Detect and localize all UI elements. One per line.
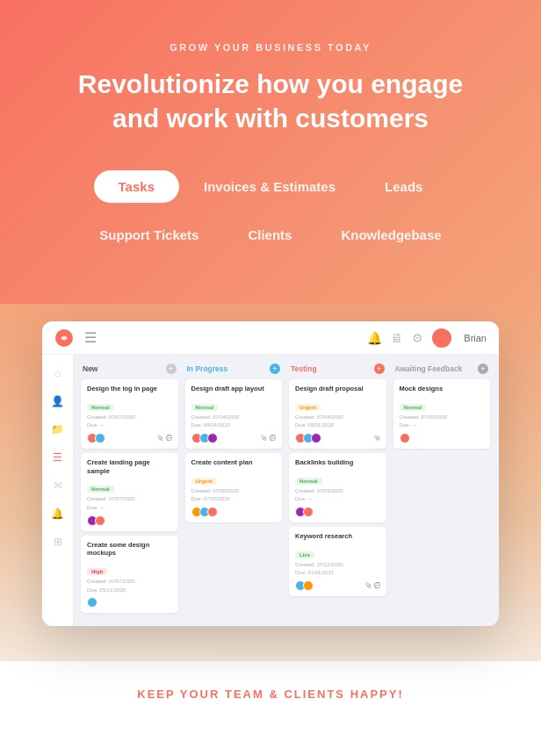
card-avatars — [191, 433, 215, 443]
card-action-icons: 📎💬 — [157, 435, 172, 441]
card-badge: Normal — [400, 404, 427, 411]
bottom-tagline: KEEP YOUR TEAM & CLIENTS HAPPY! — [18, 688, 523, 701]
card-footer — [295, 507, 380, 517]
kanban-card-testing-0[interactable]: Design draft proposalUrgentCreated: 07/0… — [289, 379, 386, 449]
sidebar-home-icon[interactable]: ⌂ — [50, 365, 66, 381]
card-title: Create landing page sample — [87, 458, 172, 476]
card-footer: 📎💬 — [295, 580, 380, 591]
tab-invoices[interactable]: Invoices & Estimates — [179, 170, 360, 203]
bottom-section: KEEP YOUR TEAM & CLIENTS HAPPY! — [0, 661, 541, 718]
card-meta: Created: 07/03/2020Due: --- — [295, 487, 380, 504]
card-meta: Created: 07/04/2020Due: 09/24/2020 — [191, 414, 277, 430]
app-logo — [54, 328, 74, 348]
kanban-card-inprogress-1[interactable]: Create content planUrgentCreated: 07/05/… — [185, 453, 283, 522]
card-meta: Created: 07/03/2020Due: --- — [400, 414, 485, 430]
tab-tasks[interactable]: Tasks — [94, 170, 179, 203]
kanban-card-testing-2[interactable]: Keyword researchLiveCreated: 27/12/2020D… — [289, 527, 386, 596]
card-title: Create some design mockups — [87, 541, 172, 558]
monitor-icon[interactable]: 🖥 — [391, 331, 403, 345]
kanban-card-new-0[interactable]: Design the log in pageNormalCreated: 07/… — [81, 379, 178, 449]
card-icon: 💬 — [270, 435, 276, 441]
card-badge: Urgent — [191, 478, 217, 485]
card-icon: 📎 — [365, 582, 371, 588]
mini-avatar — [95, 433, 105, 443]
tab-clients[interactable]: Clients — [223, 219, 316, 251]
settings-icon[interactable]: ⚙ — [412, 331, 423, 345]
card-title: Keyword research — [295, 532, 380, 541]
card-footer: 📎💬 — [87, 433, 172, 443]
sidebar-list-icon[interactable]: ☰ — [50, 450, 66, 465]
col-add-btn-awaiting[interactable]: + — [478, 364, 488, 374]
kanban-card-new-2[interactable]: Create some design mockupsHighCreated: 0… — [81, 536, 178, 614]
tabs-row-1: Tasks Invoices & Estimates Leads — [35, 170, 506, 203]
card-avatars — [191, 507, 215, 517]
card-meta: Created: 07/07/2020Due: --- — [87, 414, 172, 430]
card-icon: 💬 — [166, 435, 172, 441]
card-footer: 📎💬 — [191, 433, 277, 443]
card-meta: Created: 07/07/2020Due: --- — [87, 495, 172, 512]
tab-knowledge[interactable]: Knowledgebase — [316, 219, 465, 251]
sidebar-bell-icon[interactable]: 🔔 — [50, 506, 66, 522]
kanban-card-inprogress-0[interactable]: Design draft app layoutNormalCreated: 07… — [185, 379, 283, 449]
hamburger-icon[interactable]: ☰ — [84, 329, 97, 346]
col-header-new: New+ — [81, 364, 178, 374]
sidebar: ⌂ 👤 📁 ☰ ✉ 🔔 ⊞ — [42, 355, 74, 626]
card-title: Design draft proposal — [295, 385, 380, 393]
card-avatars — [295, 507, 311, 517]
card-avatars — [87, 433, 103, 443]
card-avatars — [295, 580, 311, 591]
card-badge: High — [87, 568, 107, 575]
card-icon: 💬 — [374, 582, 380, 588]
mini-avatar — [303, 580, 314, 591]
kanban-col-testing: Testing+Design draft proposalUrgentCreat… — [289, 364, 386, 617]
col-header-testing: Testing+ — [289, 364, 386, 374]
card-action-icons: 📎💬 — [365, 582, 380, 588]
mini-avatar — [87, 597, 97, 608]
card-badge: Normal — [87, 486, 114, 493]
card-icon: 📎 — [157, 435, 163, 441]
mini-avatar — [207, 433, 218, 443]
card-icon: 📎 — [261, 435, 267, 441]
kanban-card-awaiting-0[interactable]: Mock designsNormalCreated: 07/03/2020Due… — [393, 379, 491, 449]
app-preview-wrapper: ☰ 🔔 🖥 ⚙ Brian ⌂ 👤 📁 ☰ ✉ 🔔 ⊞ — [0, 304, 541, 661]
card-title: Design draft app layout — [191, 385, 277, 393]
user-name: Brian — [464, 333, 487, 343]
card-title: Create content plan — [191, 458, 277, 467]
col-header-awaiting: Awaiting Feedback+ — [393, 364, 491, 374]
app-window: ☰ 🔔 🖥 ⚙ Brian ⌂ 👤 📁 ☰ ✉ 🔔 ⊞ — [42, 321, 499, 626]
card-meta: Created: 07/04/2020Due: 09/01/2020 — [295, 414, 380, 430]
mini-avatar — [95, 515, 105, 526]
card-footer: 📎 — [295, 433, 380, 443]
sidebar-folder-icon[interactable]: 📁 — [50, 421, 66, 437]
kanban-card-testing-1[interactable]: Backlinks buildingNormalCreated: 07/03/2… — [289, 453, 386, 522]
card-avatars — [87, 515, 103, 526]
notification-icon[interactable]: 🔔 — [367, 331, 382, 345]
card-title: Mock designs — [400, 385, 485, 393]
card-footer — [87, 597, 172, 608]
card-badge: Live — [295, 551, 314, 558]
col-title-testing: Testing — [291, 364, 317, 373]
topbar-icons: 🔔 🖥 ⚙ Brian — [367, 328, 487, 348]
user-avatar[interactable] — [432, 328, 451, 348]
card-avatars — [295, 433, 319, 443]
hero-section: GROW YOUR BUSINESS TODAY Revolutionize h… — [0, 0, 541, 304]
col-add-btn-inprogress[interactable]: + — [270, 364, 280, 374]
kanban-card-new-1[interactable]: Create landing page sampleNormalCreated:… — [81, 453, 178, 531]
col-add-btn-new[interactable]: + — [166, 364, 177, 374]
card-avatars — [400, 433, 408, 443]
card-avatars — [87, 597, 95, 608]
tab-leads[interactable]: Leads — [360, 170, 447, 203]
tabs-row-2: Support Tickets Clients Knowledgebase — [35, 219, 506, 251]
app-topbar: ☰ 🔔 🖥 ⚙ Brian — [42, 321, 499, 355]
card-footer — [191, 507, 277, 517]
mini-avatar — [207, 507, 218, 517]
card-meta: Created: 27/12/2020Due: 31/01/2021 — [295, 561, 380, 578]
card-footer — [87, 515, 172, 526]
sidebar-mail-icon[interactable]: ✉ — [50, 478, 66, 493]
col-add-btn-testing[interactable]: + — [374, 364, 385, 374]
card-title: Design the log in page — [87, 385, 172, 393]
tab-support[interactable]: Support Tickets — [75, 219, 223, 251]
mini-avatar — [400, 433, 410, 443]
sidebar-layers-icon[interactable]: ⊞ — [50, 534, 66, 550]
sidebar-users-icon[interactable]: 👤 — [50, 393, 66, 409]
